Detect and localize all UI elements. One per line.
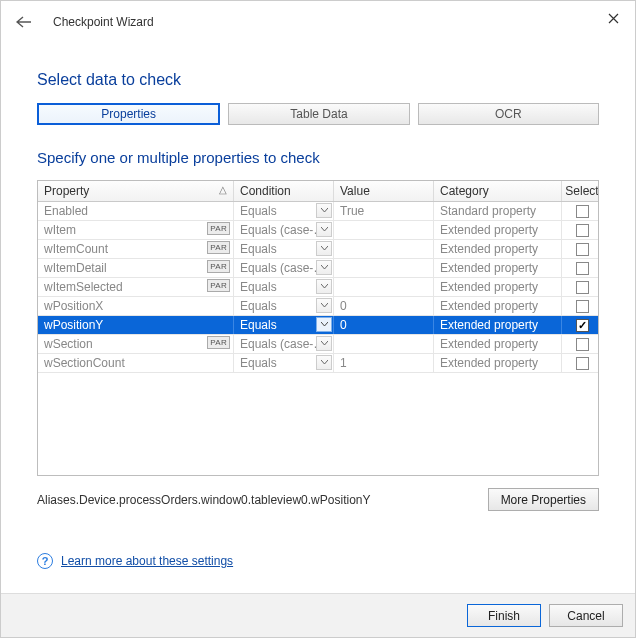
- category-cell: Extended property: [434, 240, 562, 258]
- category-cell: Extended property: [434, 297, 562, 315]
- tab-ocr[interactable]: OCR: [418, 103, 599, 125]
- grid-header-row: Property △ Condition Value Category Sele…: [38, 181, 598, 202]
- category-cell: Extended property: [434, 354, 562, 372]
- value-cell[interactable]: [334, 259, 434, 277]
- checkbox[interactable]: [576, 281, 589, 294]
- value-cell[interactable]: [334, 240, 434, 258]
- condition-cell[interactable]: Equals: [234, 240, 334, 258]
- object-path: Aliases.Device.processOrders.window0.tab…: [37, 493, 370, 507]
- condition-cell[interactable]: Equals: [234, 278, 334, 296]
- col-property-label: Property: [44, 184, 89, 198]
- chevron-down-icon[interactable]: [316, 279, 332, 294]
- condition-cell[interactable]: Equals: [234, 316, 334, 334]
- property-cell: wItemDetailPAR: [38, 259, 234, 277]
- chevron-down-icon[interactable]: [316, 222, 332, 237]
- checkbox[interactable]: [576, 357, 589, 370]
- select-cell[interactable]: ✓: [562, 316, 599, 334]
- table-row[interactable]: wSectionPAREquals (case-…Extended proper…: [38, 335, 598, 354]
- help-icon: ?: [37, 553, 53, 569]
- condition-cell[interactable]: Equals (case-…: [234, 221, 334, 239]
- checkbox[interactable]: [576, 205, 589, 218]
- checkbox[interactable]: [576, 338, 589, 351]
- value-cell[interactable]: True: [334, 202, 434, 220]
- checkbox[interactable]: [576, 243, 589, 256]
- checkbox[interactable]: [576, 262, 589, 275]
- button-bar: Finish Cancel: [1, 593, 635, 637]
- condition-cell[interactable]: Equals: [234, 297, 334, 315]
- par-badge: PAR: [207, 222, 230, 235]
- col-property[interactable]: Property △: [38, 181, 234, 201]
- chevron-down-icon[interactable]: [316, 355, 332, 370]
- table-row[interactable]: wSectionCountEquals1Extended property: [38, 354, 598, 373]
- property-cell: wItemPAR: [38, 221, 234, 239]
- property-cell: wPositionY: [38, 316, 234, 334]
- category-cell: Extended property: [434, 335, 562, 353]
- tabs-row: Properties Table Data OCR: [37, 103, 599, 125]
- table-row[interactable]: wItemPAREquals (case-…Extended property: [38, 221, 598, 240]
- condition-cell[interactable]: Equals: [234, 202, 334, 220]
- chevron-down-icon[interactable]: [316, 336, 332, 351]
- table-row[interactable]: wItemDetailPAREquals (case-…Extended pro…: [38, 259, 598, 278]
- category-cell: Extended property: [434, 259, 562, 277]
- chevron-down-icon[interactable]: [316, 203, 332, 218]
- category-cell: Extended property: [434, 278, 562, 296]
- checkbox[interactable]: ✓: [576, 319, 589, 332]
- select-cell[interactable]: [562, 335, 599, 353]
- value-cell[interactable]: [334, 335, 434, 353]
- close-button[interactable]: [599, 7, 627, 29]
- value-cell[interactable]: 1: [334, 354, 434, 372]
- condition-cell[interactable]: Equals: [234, 354, 334, 372]
- value-cell[interactable]: 0: [334, 316, 434, 334]
- chevron-down-icon[interactable]: [316, 298, 332, 313]
- table-row[interactable]: wItemCountPAREqualsExtended property: [38, 240, 598, 259]
- select-cell[interactable]: [562, 278, 599, 296]
- section-title: Select data to check: [37, 71, 599, 89]
- col-condition[interactable]: Condition: [234, 181, 334, 201]
- par-badge: PAR: [207, 241, 230, 254]
- property-cell: wSectionCount: [38, 354, 234, 372]
- more-properties-button[interactable]: More Properties: [488, 488, 599, 511]
- chevron-down-icon[interactable]: [316, 241, 332, 256]
- select-cell[interactable]: [562, 202, 599, 220]
- condition-cell[interactable]: Equals (case-…: [234, 259, 334, 277]
- sort-ascending-icon: △: [219, 184, 227, 195]
- table-row[interactable]: wPositionYEquals0Extended property✓: [38, 316, 598, 335]
- property-cell: wPositionX: [38, 297, 234, 315]
- table-row[interactable]: EnabledEqualsTrueStandard property: [38, 202, 598, 221]
- checkbox[interactable]: [576, 224, 589, 237]
- table-row[interactable]: wPositionXEquals0Extended property: [38, 297, 598, 316]
- subheading: Specify one or multiple properties to ch…: [37, 149, 599, 166]
- value-cell[interactable]: [334, 221, 434, 239]
- col-select[interactable]: Select: [562, 181, 599, 201]
- property-cell: wItemCountPAR: [38, 240, 234, 258]
- back-button[interactable]: [13, 11, 35, 33]
- tab-properties[interactable]: Properties: [37, 103, 220, 125]
- select-cell[interactable]: [562, 240, 599, 258]
- col-value[interactable]: Value: [334, 181, 434, 201]
- learn-more-link[interactable]: Learn more about these settings: [61, 554, 233, 568]
- wizard-title: Checkpoint Wizard: [53, 15, 154, 29]
- par-badge: PAR: [207, 260, 230, 273]
- category-cell: Extended property: [434, 221, 562, 239]
- value-cell[interactable]: [334, 278, 434, 296]
- select-cell[interactable]: [562, 354, 599, 372]
- value-cell[interactable]: 0: [334, 297, 434, 315]
- condition-cell[interactable]: Equals (case-…: [234, 335, 334, 353]
- chevron-down-icon[interactable]: [316, 260, 332, 275]
- par-badge: PAR: [207, 279, 230, 292]
- category-cell: Extended property: [434, 316, 562, 334]
- table-row[interactable]: wItemSelectedPAREqualsExtended property: [38, 278, 598, 297]
- select-cell[interactable]: [562, 259, 599, 277]
- chevron-down-icon[interactable]: [316, 317, 332, 332]
- select-cell[interactable]: [562, 221, 599, 239]
- property-cell: wItemSelectedPAR: [38, 278, 234, 296]
- properties-grid: Property △ Condition Value Category Sele…: [37, 180, 599, 476]
- select-cell[interactable]: [562, 297, 599, 315]
- col-category[interactable]: Category: [434, 181, 562, 201]
- cancel-button[interactable]: Cancel: [549, 604, 623, 627]
- tab-table-data[interactable]: Table Data: [228, 103, 409, 125]
- finish-button[interactable]: Finish: [467, 604, 541, 627]
- checkbox[interactable]: [576, 300, 589, 313]
- property-cell: wSectionPAR: [38, 335, 234, 353]
- par-badge: PAR: [207, 336, 230, 349]
